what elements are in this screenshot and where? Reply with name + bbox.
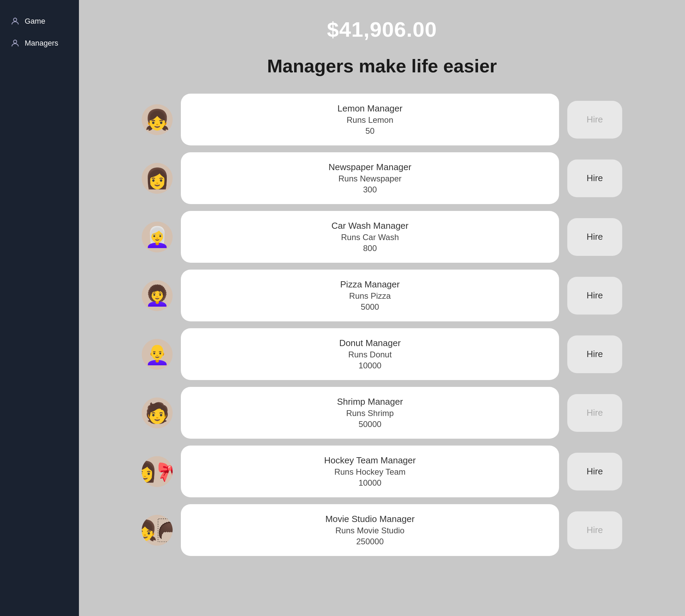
sidebar-item-managers[interactable]: Managers xyxy=(0,32,79,54)
manager-name-carwash: Car Wash Manager xyxy=(332,221,408,231)
manager-runs-hockey: Runs Hockey Team xyxy=(334,467,406,477)
hire-button-shrimp[interactable]: Hire xyxy=(567,394,622,432)
manager-name-hockey: Hockey Team Manager xyxy=(324,455,416,466)
hire-button-movie[interactable]: Hire xyxy=(567,511,622,549)
manager-row-shrimp: 🧑Shrimp ManagerRuns Shrimp50000Hire xyxy=(142,387,622,439)
manager-row-newspaper: 👩Newspaper ManagerRuns Newspaper300Hire xyxy=(142,152,622,204)
manager-row-donut: 👩‍🦲Donut ManagerRuns Donut10000Hire xyxy=(142,328,622,380)
manager-cost-hockey: 10000 xyxy=(359,478,382,488)
manager-info-pizza: Pizza ManagerRuns Pizza5000 xyxy=(181,270,559,321)
manager-avatar-carwash: 👩‍🦳 xyxy=(142,222,173,252)
manager-cost-newspaper: 300 xyxy=(363,185,377,194)
hire-button-lemon[interactable]: Hire xyxy=(567,101,622,139)
hire-button-donut[interactable]: Hire xyxy=(567,335,622,373)
manager-info-carwash: Car Wash ManagerRuns Car Wash800 xyxy=(181,211,559,263)
manager-name-pizza: Pizza Manager xyxy=(340,279,399,290)
manager-cost-carwash: 800 xyxy=(363,244,377,253)
manager-avatar-hockey: 👩‍🎀 xyxy=(142,456,173,487)
manager-name-newspaper: Newspaper Manager xyxy=(328,162,411,173)
main-content: $41,906.00 Managers make life easier 👧Le… xyxy=(79,0,685,616)
sidebar-managers-label: Managers xyxy=(25,39,58,48)
manager-cost-movie: 250000 xyxy=(356,537,384,546)
manager-row-lemon: 👧Lemon ManagerRuns Lemon50Hire xyxy=(142,94,622,145)
manager-avatar-shrimp: 🧑 xyxy=(142,398,173,428)
manager-list: 👧Lemon ManagerRuns Lemon50Hire👩Newspaper… xyxy=(142,94,622,556)
manager-row-carwash: 👩‍🦳Car Wash ManagerRuns Car Wash800Hire xyxy=(142,211,622,263)
manager-runs-pizza: Runs Pizza xyxy=(349,291,391,301)
manager-info-donut: Donut ManagerRuns Donut10000 xyxy=(181,328,559,380)
manager-avatar-pizza: 👩‍🦱 xyxy=(142,280,173,311)
manager-avatar-lemon: 👧 xyxy=(142,104,173,135)
manager-cost-shrimp: 50000 xyxy=(359,419,382,429)
sidebar: Game Managers xyxy=(0,0,79,616)
manager-avatar-newspaper: 👩 xyxy=(142,163,173,194)
manager-cost-pizza: 5000 xyxy=(361,302,379,312)
manager-name-movie: Movie Studio Manager xyxy=(325,514,415,524)
manager-runs-carwash: Runs Car Wash xyxy=(341,233,399,242)
person-icon xyxy=(10,16,20,26)
hire-button-carwash[interactable]: Hire xyxy=(567,218,622,256)
svg-point-0 xyxy=(13,18,16,21)
page-title: Managers make life easier xyxy=(267,55,497,76)
manager-avatar-movie: 👧‍🦱 xyxy=(142,515,173,546)
manager-name-donut: Donut Manager xyxy=(339,338,400,348)
hire-button-newspaper[interactable]: Hire xyxy=(567,159,622,197)
manager-row-movie: 👧‍🦱Movie Studio ManagerRuns Movie Studio… xyxy=(142,504,622,556)
manager-cost-donut: 10000 xyxy=(359,361,382,370)
manager-info-hockey: Hockey Team ManagerRuns Hockey Team10000 xyxy=(181,446,559,497)
manager-info-lemon: Lemon ManagerRuns Lemon50 xyxy=(181,94,559,145)
manager-runs-movie: Runs Movie Studio xyxy=(335,526,404,535)
person-icon-2 xyxy=(10,38,20,48)
sidebar-item-game[interactable]: Game xyxy=(0,10,79,32)
manager-info-movie: Movie Studio ManagerRuns Movie Studio250… xyxy=(181,504,559,556)
manager-runs-donut: Runs Donut xyxy=(348,350,392,359)
sidebar-game-label: Game xyxy=(25,17,45,26)
manager-runs-lemon: Runs Lemon xyxy=(347,115,393,125)
manager-info-shrimp: Shrimp ManagerRuns Shrimp50000 xyxy=(181,387,559,439)
manager-row-hockey: 👩‍🎀Hockey Team ManagerRuns Hockey Team10… xyxy=(142,446,622,497)
balance-display: $41,906.00 xyxy=(327,17,437,42)
hire-button-pizza[interactable]: Hire xyxy=(567,277,622,315)
manager-runs-shrimp: Runs Shrimp xyxy=(346,408,394,418)
svg-point-1 xyxy=(13,40,16,43)
manager-cost-lemon: 50 xyxy=(365,126,375,136)
hire-button-hockey[interactable]: Hire xyxy=(567,453,622,490)
manager-row-pizza: 👩‍🦱Pizza ManagerRuns Pizza5000Hire xyxy=(142,270,622,321)
manager-info-newspaper: Newspaper ManagerRuns Newspaper300 xyxy=(181,152,559,204)
manager-name-lemon: Lemon Manager xyxy=(337,103,402,114)
manager-name-shrimp: Shrimp Manager xyxy=(337,396,403,407)
manager-avatar-donut: 👩‍🦲 xyxy=(142,339,173,370)
manager-runs-newspaper: Runs Newspaper xyxy=(338,174,402,183)
